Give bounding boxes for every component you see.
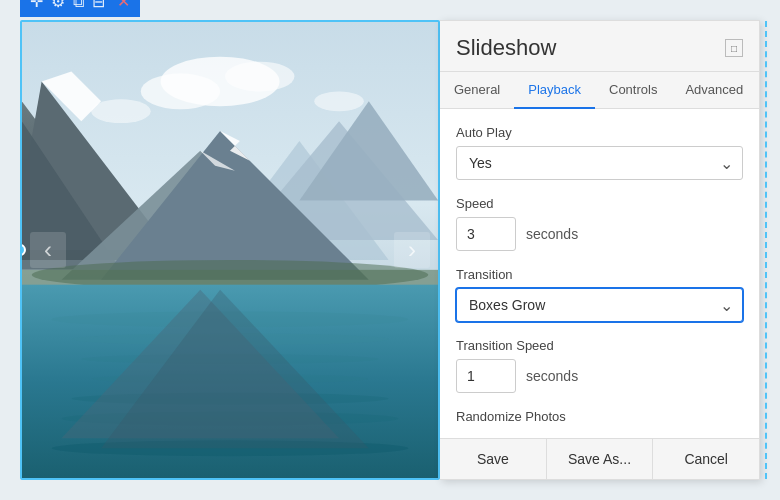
panel-content: Auto Play Yes No ⌄ Speed seconds — [440, 109, 759, 438]
mountain-svg — [22, 22, 438, 478]
transition-label: Transition — [456, 267, 743, 282]
settings-panel: Slideshow □ General Playback Controls Ad… — [440, 20, 760, 480]
crop-icon[interactable]: ⊟ — [92, 0, 105, 11]
svg-point-4 — [91, 99, 150, 123]
speed-row: seconds — [456, 217, 743, 251]
transition-speed-row: seconds — [456, 359, 743, 393]
close-icon[interactable]: ✕ — [117, 0, 130, 11]
randomize-field: Randomize Photos — [456, 409, 743, 424]
toolbar: ✛ ⚙ ⧉ ⊟ ✕ — [20, 0, 140, 17]
prev-arrow[interactable]: ‹ — [30, 232, 66, 268]
duplicate-icon[interactable]: ⧉ — [73, 0, 84, 11]
transition-speed-unit: seconds — [526, 368, 578, 384]
speed-label: Speed — [456, 196, 743, 211]
transition-field: Transition Boxes Grow Fade Slide Zoom ⌄ — [456, 267, 743, 322]
speed-unit: seconds — [526, 226, 578, 242]
tab-controls[interactable]: Controls — [595, 72, 671, 109]
slideshow-image: ‹ › — [22, 22, 438, 478]
transition-select-wrapper: Boxes Grow Fade Slide Zoom ⌄ — [456, 288, 743, 322]
transition-speed-input[interactable] — [456, 359, 516, 393]
cancel-button[interactable]: Cancel — [653, 439, 759, 479]
move-icon[interactable]: ✛ — [30, 0, 43, 11]
settings-icon[interactable]: ⚙ — [51, 0, 65, 11]
panel-footer: Save Save As... Cancel — [440, 438, 759, 479]
panel-header: Slideshow □ — [440, 21, 759, 72]
mountain-photo — [22, 22, 438, 478]
main-layout: ✛ ⚙ ⧉ ⊟ ✕ — [20, 20, 760, 480]
speed-input[interactable] — [456, 217, 516, 251]
tab-general[interactable]: General — [440, 72, 514, 109]
transition-speed-label: Transition Speed — [456, 338, 743, 353]
panel-title: Slideshow — [456, 35, 556, 61]
svg-point-2 — [141, 74, 220, 110]
auto-play-field: Auto Play Yes No ⌄ — [456, 125, 743, 180]
tab-playback[interactable]: Playback — [514, 72, 595, 109]
collapse-button[interactable]: □ — [725, 39, 743, 57]
transition-speed-field: Transition Speed seconds — [456, 338, 743, 393]
tab-advanced[interactable]: Advanced — [671, 72, 757, 109]
auto-play-label: Auto Play — [456, 125, 743, 140]
svg-point-5 — [314, 91, 364, 111]
transition-select[interactable]: Boxes Grow Fade Slide Zoom — [456, 288, 743, 322]
randomize-label: Randomize Photos — [456, 409, 743, 424]
auto-play-select-wrapper: Yes No ⌄ — [456, 146, 743, 180]
svg-point-3 — [225, 62, 294, 92]
next-arrow[interactable]: › — [394, 232, 430, 268]
speed-field: Speed seconds — [456, 196, 743, 251]
image-panel: ✛ ⚙ ⧉ ⊟ ✕ — [20, 20, 440, 480]
auto-play-select[interactable]: Yes No — [456, 146, 743, 180]
save-button[interactable]: Save — [440, 439, 547, 479]
save-as-button[interactable]: Save As... — [547, 439, 654, 479]
collapse-icon: □ — [731, 43, 737, 54]
tabs-bar: General Playback Controls Advanced — [440, 72, 759, 109]
